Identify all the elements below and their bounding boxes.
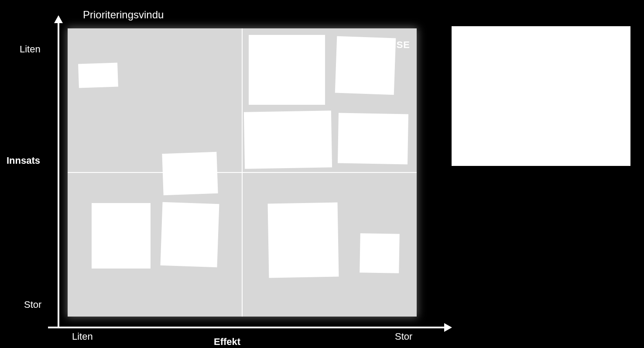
side-info-box (452, 26, 630, 166)
y-axis-label: Innsats (7, 155, 40, 166)
sticky-note[interactable] (244, 110, 332, 169)
diagram-stage: Prioriteringsvindu Innsats Liten Stor Ef… (0, 0, 644, 348)
x-axis-arrow-icon (444, 323, 452, 332)
sticky-note[interactable] (92, 203, 151, 269)
sticky-note[interactable] (249, 35, 325, 105)
x-axis-line (48, 327, 446, 328)
sticky-note[interactable] (360, 233, 400, 273)
sticky-note[interactable] (335, 36, 396, 95)
chart-title: Prioriteringsvindu (83, 9, 164, 21)
x-axis-tick-left: Liten (72, 331, 93, 342)
matrix-divider-vertical (242, 28, 243, 317)
x-axis-tick-right: Stor (395, 331, 412, 342)
sticky-note[interactable] (161, 202, 219, 267)
y-axis-line (58, 20, 59, 327)
sticky-note[interactable] (78, 62, 118, 88)
sticky-note[interactable] (338, 113, 408, 165)
y-axis-arrow-icon (54, 15, 63, 23)
y-axis-tick-bottom: Stor (24, 299, 41, 310)
priority-matrix-panel: LISE (68, 28, 417, 317)
y-axis-tick-top: Liten (20, 44, 41, 55)
sticky-note[interactable] (162, 152, 218, 195)
sticky-note[interactable] (268, 203, 339, 278)
x-axis-label: Effekt (214, 336, 240, 348)
